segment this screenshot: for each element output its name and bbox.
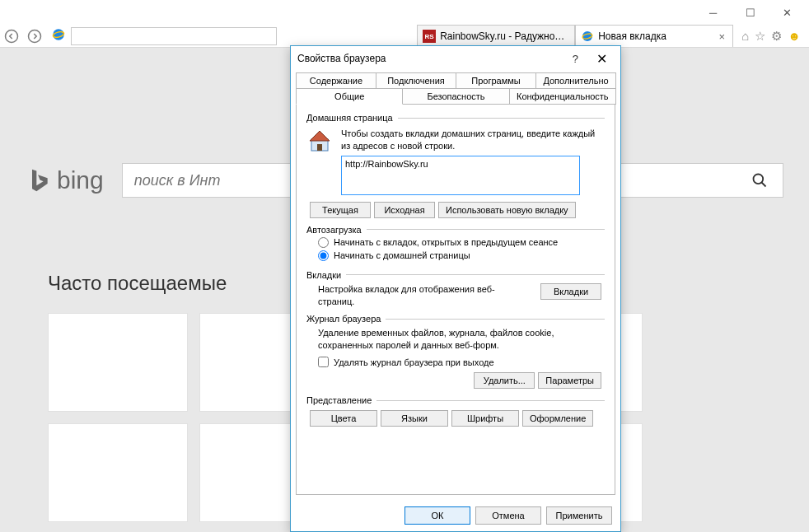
home-description: Чтобы создать вкладки домашних страниц, … [341,128,605,152]
dialog-titlebar: Свойства браузера ? ✕ [291,46,620,71]
tabs-group: Вкладки Настройка вкладок для отображени… [306,270,605,308]
home-icon [306,128,333,197]
dialog-close-button[interactable]: ✕ [590,51,614,67]
tab-programs[interactable]: Программы [456,72,536,89]
dialog-tabstrip: Содержание Подключения Программы Дополни… [291,71,620,105]
appearance-group: Представление Цвета Языки Шрифты Оформле… [306,395,605,427]
window-titlebar: ─ ☐ ✕ [0,0,809,25]
site-tile[interactable] [48,423,188,522]
group-label: Журнал браузера [306,314,381,324]
history-group: Журнал браузера Удаление временных файло… [306,314,605,389]
svg-point-2 [53,29,64,40]
use-newtab-button[interactable]: Использовать новую вкладку [438,202,576,218]
tabs-settings-button[interactable]: Вкладки [540,283,601,300]
bing-label: bing [57,166,104,194]
group-label: Автозагрузка [306,225,362,235]
tools-gear-icon[interactable]: ⚙ [771,29,782,44]
toolbar-icons: ⌂ ☆ ⚙ ☻ [733,29,809,44]
window-minimize-button[interactable]: ─ [694,1,732,24]
group-label: Вкладки [306,270,341,280]
ok-button[interactable]: ОК [404,506,470,525]
favicon-icon [581,30,594,43]
window-close-button[interactable]: ✕ [769,1,806,24]
tab-close-icon[interactable]: × [717,30,728,43]
history-settings-button[interactable]: Параметры [538,372,601,389]
history-description: Удаление временных файлов, журнала, файл… [318,327,605,352]
delete-history-button[interactable]: Удалить... [474,372,535,389]
tab-title: RainbowSky.ru - Радужное Не… [440,30,569,42]
tab-content[interactable]: Содержание [296,72,376,89]
dialog-title: Свойства браузера [297,53,561,64]
cancel-button[interactable]: Отмена [475,506,541,525]
window-maximize-button[interactable]: ☐ [732,1,769,24]
search-button[interactable] [737,164,783,197]
svg-rect-10 [317,144,322,151]
use-current-button[interactable]: Текущая [310,202,371,218]
home-url-input[interactable] [341,156,580,195]
tabs-description: Настройка вкладок для отображения веб-ст… [318,283,499,308]
tab-security[interactable]: Безопасность [402,88,509,105]
svg-point-4 [582,31,592,41]
radio-label: Начинать с домашней страницы [334,250,470,260]
svg-point-6 [754,175,764,184]
favicon-icon: RS [423,30,436,43]
colors-button[interactable]: Цвета [310,410,377,427]
ie-logo-icon [46,27,66,45]
browser-navbar: RS RainbowSky.ru - Радужное Не… Новая вк… [0,25,809,48]
startup-tabs-radio[interactable]: Начинать с вкладок, открытых в предыдуще… [318,237,605,248]
svg-line-7 [762,183,766,187]
browser-tab[interactable]: Новая вкладка × [575,25,733,47]
startup-group: Автозагрузка Начинать с вкладок, открыты… [306,225,605,264]
fonts-button[interactable]: Шрифты [451,410,519,427]
dialog-footer: ОК Отмена Применить [291,500,620,531]
internet-options-dialog: Свойства браузера ? ✕ Содержание Подключ… [290,45,621,532]
group-label: Домашняя страница [306,113,393,123]
use-default-button[interactable]: Исходная [374,202,435,218]
tab-general[interactable]: Общие [296,88,403,105]
svg-point-0 [6,30,18,42]
home-page-group: Домашняя страница Чтобы создать вкладки … [306,113,605,218]
nav-back-button[interactable] [0,26,23,47]
languages-button[interactable]: Языки [381,410,448,427]
address-bar[interactable] [71,27,277,45]
home-icon[interactable]: ⌂ [741,29,749,44]
general-tab-pane: Домашняя страница Чтобы создать вкладки … [296,105,615,495]
browser-tab[interactable]: RS RainbowSky.ru - Радужное Не… [417,25,575,47]
accessibility-button[interactable]: Оформление [522,410,593,427]
smiley-icon[interactable]: ☻ [788,29,801,44]
delete-on-exit-checkbox[interactable]: Удалять журнал браузера при выходе [318,357,605,367]
apply-button[interactable]: Применить [546,506,612,525]
tab-title: Новая вкладка [598,30,716,42]
site-tile[interactable] [48,313,188,412]
search-icon [751,172,768,189]
svg-marker-9 [310,131,330,141]
nav-forward-button[interactable] [23,26,46,47]
favorites-icon[interactable]: ☆ [755,29,765,44]
browser-tabs: RS RainbowSky.ru - Радужное Не… Новая вк… [417,25,733,47]
tab-privacy[interactable]: Конфиденциальность [509,88,616,105]
tab-connections[interactable]: Подключения [376,72,456,89]
tab-advanced[interactable]: Дополнительно [535,72,616,89]
startup-home-radio[interactable]: Начинать с домашней страницы [318,250,605,261]
dialog-help-button[interactable]: ? [561,53,590,65]
checkbox-label: Удалять журнал браузера при выходе [334,357,494,367]
bing-logo: bing [26,166,104,194]
svg-point-1 [29,30,41,42]
radio-label: Начинать с вкладок, открытых в предыдуще… [334,237,558,247]
group-label: Представление [306,395,372,405]
